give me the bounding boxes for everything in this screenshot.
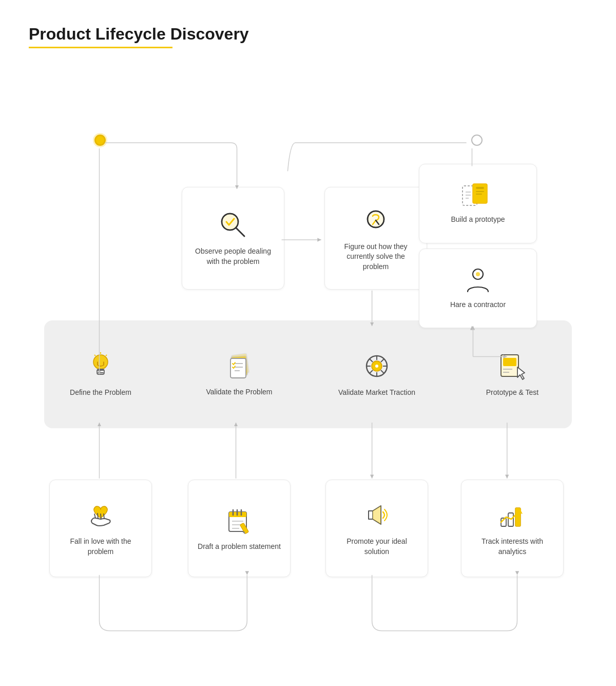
prototype-test-icon (497, 351, 528, 382)
promote-solution-icon (361, 500, 392, 530)
svg-line-39 (370, 370, 373, 373)
card-validate-market: Validate Market Traction (325, 326, 428, 423)
card-draft-statement: Draft a problem statement (188, 480, 291, 577)
hire-contractor-label: Hare a contractor (450, 300, 506, 310)
build-prototype-label: Build a prototype (451, 215, 505, 225)
svg-line-36 (370, 359, 373, 362)
svg-line-51 (101, 514, 101, 519)
card-hire-contractor: Hare a contractor (419, 249, 537, 328)
svg-line-38 (381, 359, 384, 362)
svg-point-42 (375, 365, 378, 368)
card-build-prototype: Build a prototype (419, 164, 537, 243)
svg-line-24 (94, 355, 95, 356)
figure-out-label: Figure out how they currently solve the … (333, 242, 418, 272)
fall-in-love-icon (85, 500, 116, 530)
card-observe: Observe people dealing with the problem (182, 187, 284, 290)
validate-problem-label: Validate the Problem (206, 387, 273, 397)
svg-rect-64 (508, 513, 513, 526)
end-node (471, 135, 483, 146)
title-underline (29, 47, 172, 48)
svg-rect-9 (476, 187, 484, 189)
svg-point-16 (476, 272, 480, 276)
title-section: Product Lifecycle Discovery (29, 25, 587, 48)
card-fall-in-love: Fall in love with the problem (49, 480, 152, 577)
svg-line-50 (98, 513, 98, 519)
start-node (94, 135, 106, 146)
card-track-interests: Track interests with analytics (461, 480, 564, 577)
page-container: Product Lifecycle Discovery Observ (0, 0, 616, 686)
figure-out-icon (360, 205, 391, 236)
define-problem-label: Define the Problem (70, 388, 131, 398)
prototype-test-label: Prototype & Test (486, 388, 538, 398)
validate-market-label: Validate Market Traction (338, 388, 415, 398)
track-interests-icon (497, 500, 528, 530)
promote-solution-label: Promote your ideal solution (334, 537, 419, 557)
card-figure-out: Figure out how they currently solve the … (324, 187, 427, 290)
svg-marker-48 (517, 367, 525, 379)
svg-line-37 (381, 370, 384, 373)
svg-rect-45 (503, 358, 516, 366)
validate-problem-icon (224, 351, 254, 381)
diagram: Observe people dealing with the problem … (29, 79, 587, 675)
svg-rect-67 (515, 508, 521, 526)
card-validate-problem: Validate the Problem (188, 326, 291, 423)
card-define-problem: Define the Problem (49, 326, 152, 423)
svg-rect-11 (476, 194, 482, 195)
svg-line-52 (104, 514, 104, 519)
build-prototype-icon (461, 183, 494, 208)
hire-contractor-icon (465, 267, 491, 294)
draft-statement-icon (224, 505, 255, 536)
observe-label: Observe people dealing with the problem (190, 246, 276, 266)
define-problem-icon (85, 351, 116, 382)
validate-market-icon (361, 351, 392, 382)
svg-line-2 (236, 228, 244, 236)
page-title: Product Lifecycle Discovery (29, 25, 587, 44)
observe-icon (218, 209, 248, 240)
fall-in-love-label: Fall in love with the problem (58, 537, 143, 557)
card-prototype-test: Prototype & Test (461, 326, 564, 423)
svg-rect-27 (230, 358, 246, 378)
card-promote-solution: Promote your ideal solution (325, 480, 428, 577)
svg-line-23 (106, 355, 107, 356)
track-interests-label: Track interests with analytics (470, 537, 555, 557)
svg-rect-10 (476, 191, 484, 192)
draft-statement-label: Draft a problem statement (198, 542, 281, 552)
